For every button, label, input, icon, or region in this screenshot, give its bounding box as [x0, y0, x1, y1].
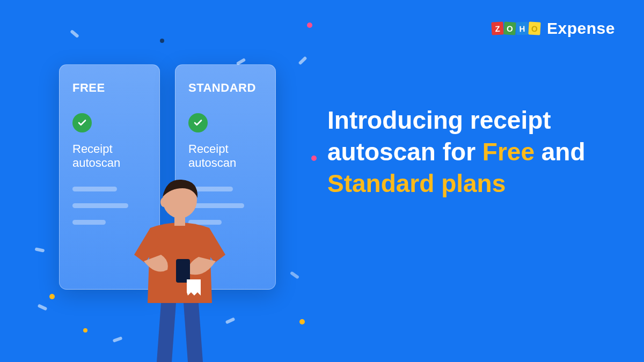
plan-feature: Receipt autoscan [188, 142, 262, 171]
check-icon [72, 113, 92, 132]
brand-logo: Z O H O Expense [492, 19, 615, 38]
person-illustration [118, 169, 241, 362]
confetti-dash [298, 56, 308, 65]
headline-accent-free: Free [482, 138, 535, 166]
confetti-dash [35, 247, 45, 253]
confetti-dot [311, 156, 317, 161]
plan-title: FREE [72, 81, 147, 95]
confetti-dash [70, 29, 79, 38]
headline-accent-standard: Standard plans [327, 169, 506, 197]
logo-tile-o: O [503, 21, 516, 35]
check-icon [188, 113, 208, 132]
confetti-dash [38, 304, 48, 311]
confetti-dot [160, 39, 164, 43]
placeholder-line [72, 187, 117, 191]
confetti-dash [290, 271, 299, 279]
confetti-dot [299, 319, 305, 324]
svg-point-3 [160, 197, 167, 207]
product-name: Expense [547, 19, 615, 38]
svg-rect-0 [176, 259, 190, 283]
zoho-icon: Z O H O [492, 22, 540, 35]
confetti-dot [307, 23, 312, 28]
logo-tile-z: Z [491, 21, 503, 35]
logo-tile-h: H [516, 22, 529, 35]
plan-title: STANDARD [188, 81, 262, 95]
logo-tile-o2: O [528, 21, 540, 35]
confetti-dot [49, 294, 55, 299]
page-headline: Introducing receipt autoscan for Free an… [327, 105, 612, 200]
placeholder-line [72, 220, 106, 225]
confetti-dot [83, 328, 87, 333]
headline-part-2: and [541, 138, 586, 166]
plan-feature: Receipt autoscan [72, 142, 147, 171]
